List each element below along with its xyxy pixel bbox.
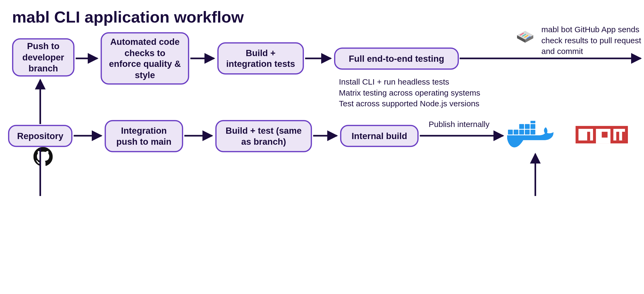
node-internal-build: Internal build (340, 125, 419, 147)
docker-icon (507, 121, 559, 159)
svg-rect-6 (530, 124, 535, 129)
node-code-checks: Automated code checks to enforce quality… (101, 32, 189, 85)
svg-rect-0 (514, 130, 518, 135)
svg-rect-15 (616, 132, 619, 141)
svg-rect-13 (587, 132, 590, 141)
diagram-title: mabl CLI application workflow (12, 7, 244, 27)
svg-rect-10 (579, 129, 593, 140)
mabl-bot-icon (515, 24, 537, 48)
npm-icon (576, 124, 628, 150)
svg-rect-14 (602, 132, 608, 138)
e2e-details: Install CLI + run headless tests Matrix … (339, 77, 512, 109)
bot-note: mabl bot GitHub App sends check results … (541, 24, 642, 57)
e2e-detail-line-1: Install CLI + run headless tests (339, 77, 512, 88)
node-e2e-testing: Full end-to-end testing (334, 48, 459, 70)
svg-rect-3 (530, 130, 535, 135)
node-repository: Repository (8, 125, 72, 147)
svg-rect-8 (508, 130, 513, 135)
svg-rect-4 (519, 124, 524, 129)
node-integration-main: Integration push to main (105, 120, 183, 152)
svg-rect-16 (622, 132, 625, 141)
svg-rect-1 (519, 130, 524, 135)
svg-rect-5 (525, 124, 530, 129)
node-build-integration: Build + integration tests (217, 42, 304, 75)
e2e-detail-line-2: Matrix testing across operating systems (339, 88, 512, 99)
label-publish-internal: Publish internally (429, 119, 490, 130)
svg-rect-7 (530, 121, 535, 123)
node-build-test-same: Build + test (same as branch) (215, 120, 312, 152)
node-push-branch: Push to developer branch (12, 38, 75, 77)
arrow-prodbuild-to-publish (360, 154, 536, 196)
e2e-detail-line-3: Test across supported Node.js versions (339, 98, 512, 109)
svg-rect-2 (525, 130, 530, 135)
github-icon (34, 147, 53, 168)
